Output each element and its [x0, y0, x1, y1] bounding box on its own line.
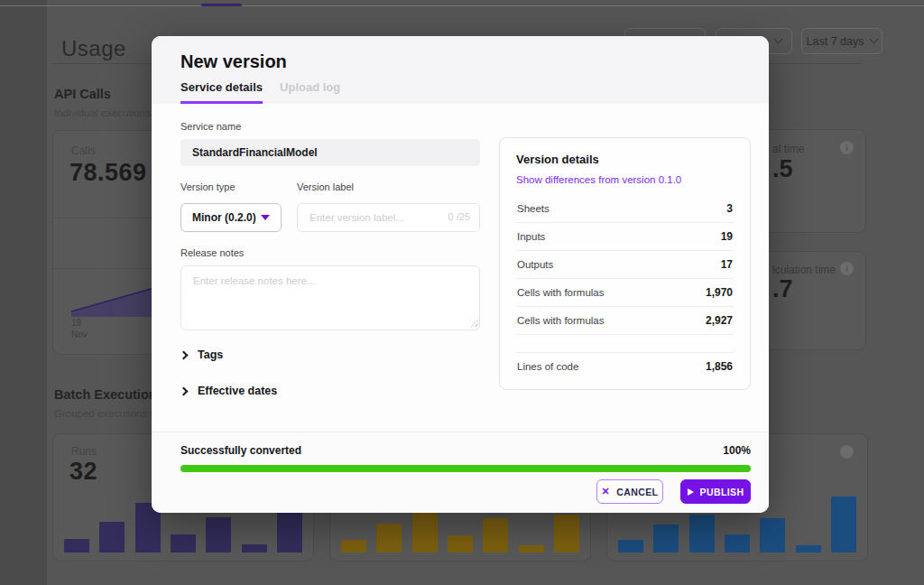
version-label-field-wrap: 0 /25 — [297, 203, 480, 232]
row-label: Inputs — [517, 231, 545, 242]
chevron-down-icon — [870, 35, 879, 44]
bar — [64, 539, 89, 552]
tags-section-toggle[interactable]: Tags — [180, 348, 223, 361]
chevron-right-icon — [180, 350, 189, 359]
chevron-down-icon — [774, 35, 783, 44]
details-spacer-row — [516, 335, 734, 353]
bar — [99, 522, 125, 552]
card-value: 78.569 — [69, 159, 147, 187]
release-notes-textarea[interactable] — [180, 265, 480, 330]
conversion-status-text: Successfully converted — [180, 444, 301, 457]
row-value: 19 — [721, 230, 733, 243]
bar — [483, 518, 508, 552]
release-notes-label: Release notes — [180, 247, 244, 258]
bar — [412, 511, 438, 552]
active-nav-indicator — [201, 4, 242, 6]
collapsed-sidebar — [0, 0, 47, 585]
section-title-api-calls: API Calls — [54, 87, 111, 101]
row-value: 17 — [721, 258, 733, 271]
details-row: Sheets 3 — [516, 195, 734, 223]
row-label: Cells with formulas — [517, 315, 605, 326]
metric-value-fragment: .5 — [772, 155, 793, 183]
play-icon — [688, 488, 694, 496]
row-value: 2,927 — [706, 314, 733, 327]
close-icon: ✕ — [602, 486, 611, 497]
bar — [206, 517, 231, 552]
tab-upload-log[interactable]: Upload log — [280, 80, 340, 104]
info-icon[interactable]: i — [840, 141, 854, 154]
progress-percent: 100% — [723, 444, 751, 457]
version-details-title: Version details — [516, 153, 734, 166]
metric-label-fragment: lculation time — [772, 264, 836, 276]
version-type-select[interactable]: Minor (0.2.0) — [180, 203, 282, 232]
footer-buttons: ✕ CANCEL PUBLISH — [596, 479, 751, 504]
bar — [171, 534, 196, 552]
version-type-label: Version type — [180, 181, 236, 192]
version-details-panel: Version details Show differences from ve… — [499, 137, 751, 390]
x-axis-tick: 19 Nov — [71, 317, 88, 340]
card-label: Runs — [71, 445, 97, 458]
info-icon[interactable]: i — [840, 262, 854, 275]
card-label: Calls — [71, 144, 96, 157]
bar — [725, 534, 750, 552]
modal-body: Service name Version type Version label … — [152, 104, 769, 432]
row-label: Outputs — [517, 259, 553, 270]
row-value: 1,856 — [706, 360, 733, 373]
effective-dates-section-label: Effective dates — [198, 385, 277, 397]
row-label: Sheets — [517, 203, 550, 214]
publish-button[interactable]: PUBLISH — [680, 479, 751, 504]
row-value: 3 — [726, 202, 733, 215]
version-type-value: Minor (0.2.0) — [192, 211, 256, 224]
service-name-input[interactable] — [180, 139, 480, 166]
bar — [519, 545, 544, 552]
row-label: Cells with formulas — [517, 287, 605, 298]
bar — [554, 515, 579, 552]
progress-bar — [180, 465, 751, 472]
bar — [618, 540, 643, 552]
details-row: Lines of code 1,856 — [516, 353, 734, 380]
version-details-rows: Sheets 3 Inputs 19 Outputs 17 Cells with… — [516, 195, 734, 380]
date-range-label: Last 7 days — [807, 35, 864, 48]
section-title-batch-executions: Batch Executions — [54, 387, 164, 402]
cancel-button-label: CANCEL — [616, 487, 658, 497]
chevron-right-icon — [180, 386, 189, 395]
cancel-button[interactable]: ✕ CANCEL — [596, 479, 663, 504]
section-subtitle-batch-executions: Grouped executions o — [54, 408, 156, 419]
details-row: Inputs 19 — [516, 223, 734, 251]
modal-tabs: Service details Upload log — [180, 80, 340, 104]
page-title: Usage — [61, 36, 126, 61]
effective-dates-section-toggle[interactable]: Effective dates — [180, 385, 277, 397]
bar — [448, 535, 473, 552]
bar — [242, 544, 267, 552]
bar — [277, 513, 302, 552]
details-row: Cells with formulas 2,927 — [516, 307, 734, 335]
publish-button-label: PUBLISH — [700, 487, 744, 497]
bar — [376, 524, 402, 552]
tab-service-details[interactable]: Service details — [180, 80, 263, 104]
top-nav-divider — [0, 5, 924, 6]
row-value: 1,970 — [706, 286, 733, 299]
modal-header: New version Service details Upload log — [152, 36, 769, 104]
row-label: Lines of code — [517, 361, 578, 372]
char-counter: 0 /25 — [448, 211, 470, 222]
details-row: Cells with formulas 1,970 — [516, 279, 734, 307]
bar — [796, 545, 821, 552]
bar — [760, 518, 785, 552]
bar — [653, 525, 679, 552]
section-subtitle-api-calls: Individual executions — [54, 107, 151, 118]
bar — [831, 497, 856, 552]
modal-title: New version — [180, 51, 287, 72]
info-icon[interactable] — [840, 445, 854, 459]
show-differences-link[interactable]: Show differences from version 0.1.0 — [516, 174, 734, 185]
modal-footer: Successfully converted 100% ✕ CANCEL PUB… — [152, 432, 769, 513]
metric-label-fragment: al time — [772, 143, 804, 155]
metric-value-fragment: .7 — [772, 275, 793, 303]
version-label-label: Version label — [297, 181, 354, 192]
tags-section-label: Tags — [198, 348, 223, 361]
details-row: Outputs 17 — [516, 251, 734, 279]
date-range-selector[interactable]: Last 7 days — [801, 28, 882, 54]
bar — [689, 515, 715, 552]
bar — [341, 540, 366, 552]
service-name-label: Service name — [180, 121, 241, 132]
new-version-modal: New version Service details Upload log S… — [152, 36, 769, 513]
